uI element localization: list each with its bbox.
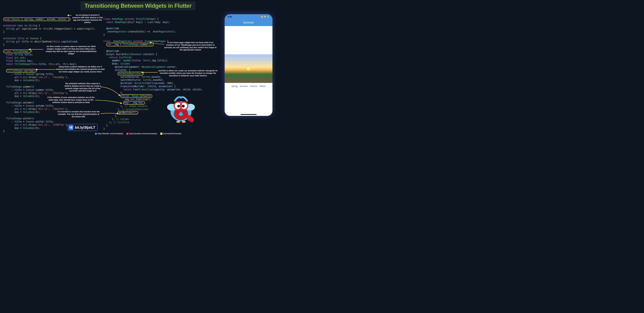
phone-season-buttons: Spring Summer Autumn Winter [232, 85, 266, 88]
annotation-excluded-fn: I've decided to exclude this function fr… [56, 110, 101, 118]
vscode-icon [68, 125, 74, 130]
vscode-link-text: bit.ly/3IjxiLT [75, 126, 95, 130]
highlight-key: key: _img.key, [123, 101, 145, 105]
bmc-link[interactable]: ☕buymeacoff.ee/vandad [160, 132, 181, 135]
svg-point-10 [176, 121, 180, 123]
page-title-bar: Transitioning Between Widgets in Flutter [80, 2, 196, 10]
youtube-icon: ▶ [126, 132, 128, 135]
youtube-link[interactable]: ▶https://youtube.com/user/vandadnp [126, 132, 157, 135]
phone-statusbar: 6:36 📶 📡 🔋 [225, 14, 272, 19]
annotation-child-image: the animated switcher then expects a chi… [64, 82, 102, 92]
svg-point-9 [182, 105, 185, 108]
annotation-unique-keys: if the children of your animated switche… [47, 96, 95, 104]
highlight-getbuttons: getButtons(), [118, 111, 138, 114]
phone-time: 6:36 [228, 16, 232, 18]
season-button-winter[interactable]: Winter [260, 85, 266, 88]
annotation-animated-switcher: and this is where we create our animated… [158, 70, 218, 77]
page-title: Transitioning Between Widgets in Flutter [84, 2, 192, 9]
annotation-titledimage-class: we then create a custom class to represe… [44, 45, 99, 55]
season-button-spring[interactable]: Spring [232, 85, 238, 88]
highlight-enum: enum Season { spring, summer, autumn, wi… [3, 18, 70, 21]
phone-appbar: Summer [225, 19, 272, 26]
phone-body: Spring Summer Autumn Winter [225, 26, 272, 116]
highlight-animated-switcher: AnimatedSwitcher( [118, 72, 144, 76]
highlight-img-var: var _img = TitledImage.summer(); [106, 43, 154, 46]
footer-links: inhttps://linkedin.com/in/vandadnp ▶http… [95, 132, 181, 135]
linkedin-icon: in [95, 132, 97, 135]
phone-hero-image [225, 54, 272, 83]
season-button-autumn[interactable]: Autumn [250, 85, 257, 88]
annotation-homepagestate: in our home page widget then we keep hol… [164, 41, 217, 51]
signal-icon: 📶 [261, 16, 263, 18]
vscode-link-pill[interactable]: bit.ly/3IjxiLT [67, 124, 98, 131]
svg-point-11 [182, 121, 186, 123]
season-button-summer[interactable]: Summer [240, 85, 248, 88]
svg-point-8 [177, 105, 180, 108]
highlight-spring: TitledImage.spring() [6, 69, 36, 72]
phone-home-indicator [240, 114, 256, 115]
linkedin-link[interactable]: inhttps://linkedin.com/in/vandadnp [95, 132, 123, 135]
annotation-seasons: we are going to present 4 seasons with t… [72, 14, 103, 24]
dash-mascot [164, 91, 198, 125]
wifi-icon: 📡 [264, 16, 266, 18]
highlight-image-network: child: Image.network( [120, 94, 152, 98]
phone-appbar-title: Summer [243, 21, 254, 24]
phone-mockup: 6:36 📶 📡 🔋 Summer Spring Summer Autumn W… [225, 14, 272, 116]
battery-icon: 🔋 [267, 16, 269, 18]
phone-status-icons: 📶 📡 🔋 [261, 16, 269, 18]
annotation-initializers: using these custom initializers we defin… [55, 66, 105, 73]
highlight-class: class TitledImage [3, 50, 31, 53]
coffee-icon: ☕ [160, 132, 162, 135]
